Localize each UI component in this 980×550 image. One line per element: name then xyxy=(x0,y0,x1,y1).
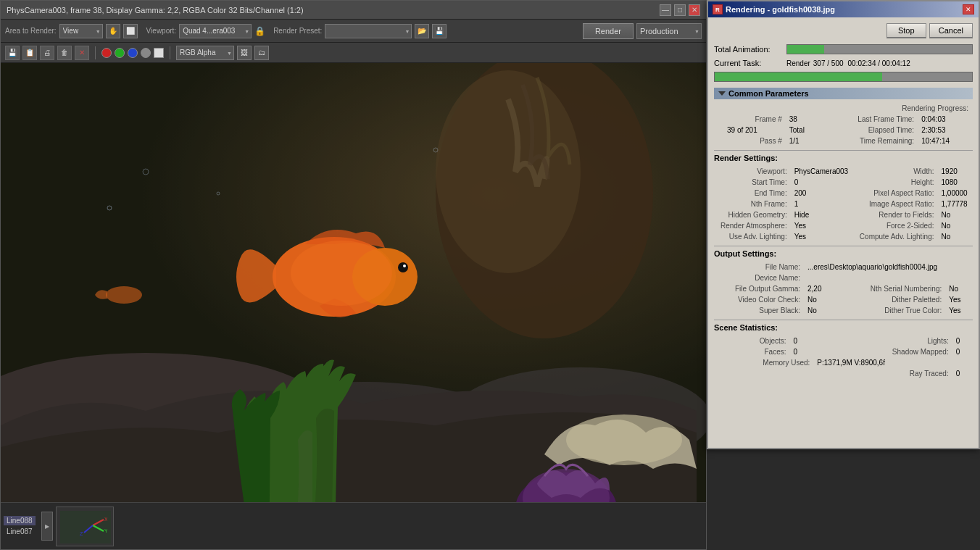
width-label: Width: xyxy=(855,167,937,176)
svg-text:Z: Z xyxy=(80,531,83,536)
channel-dropdown[interactable]: RGB Alpha xyxy=(176,46,234,60)
minimize-btn[interactable]: — xyxy=(660,4,671,16)
preset-load-icon[interactable]: 📂 xyxy=(415,24,429,38)
green-channel-btn[interactable] xyxy=(115,48,125,58)
dialog-close-btn[interactable]: ✕ xyxy=(963,4,974,14)
total-animation-bar xyxy=(787,45,824,54)
render-atm-value: Yes xyxy=(792,221,853,230)
last-frame-time-label: Last Frame Time: xyxy=(821,114,917,124)
line-item-2[interactable]: Line087 xyxy=(4,527,36,536)
divider1 xyxy=(95,46,96,59)
nth-serial-value: No xyxy=(946,284,971,293)
divider-rs xyxy=(714,150,973,151)
white-channel-btn[interactable] xyxy=(154,48,164,58)
total-of-value: 39 of 201 xyxy=(715,125,785,135)
nav-forward-btn[interactable]: ▶ xyxy=(41,512,53,541)
scene-stats-label: Scene Statistics: xyxy=(714,323,778,332)
start-time-label: Start Time: xyxy=(715,178,790,187)
total-animation-row: Total Animation: xyxy=(714,44,973,54)
current-task-label: Current Task: xyxy=(714,59,786,67)
svg-point-13 xyxy=(566,414,682,465)
alpha-channel-btn[interactable] xyxy=(141,48,151,58)
faces-value: 0 xyxy=(791,347,813,357)
blue-channel-btn[interactable] xyxy=(128,48,138,58)
divider-os xyxy=(714,246,973,246)
shadow-mapped-label: Shadow Mapped: xyxy=(814,347,951,357)
hand-icon[interactable]: ✋ xyxy=(106,24,120,38)
render-type-dropdown[interactable]: Production xyxy=(636,23,702,39)
time-remaining-label: Time Remaining: xyxy=(821,136,917,146)
title-bar: PhysCamera003, frame 38, Display Gamma: … xyxy=(1,1,706,20)
frame-label: Frame # xyxy=(715,114,785,124)
height-value: 1080 xyxy=(939,178,971,187)
channel-opt2[interactable]: 🗂 xyxy=(254,46,269,60)
close-btn[interactable]: ✕ xyxy=(689,4,700,16)
title-bar-controls: — □ ✕ xyxy=(660,4,700,16)
video-color-value: No xyxy=(805,295,833,304)
file-name-label: File Name: xyxy=(715,262,803,272)
area-to-render-dropdown[interactable]: View xyxy=(59,24,103,38)
red-channel-btn[interactable] xyxy=(101,48,112,58)
total-animation-progress xyxy=(786,44,973,54)
axis-svg: X Y Z xyxy=(78,511,107,540)
end-time-label: End Time: xyxy=(715,188,790,198)
save-btn[interactable]: 💾 xyxy=(5,46,20,60)
print-btn[interactable]: 🖨 xyxy=(40,46,54,60)
width-value: 1920 xyxy=(939,167,971,176)
window-title: PhysCamera003, frame 38, Display Gamma: … xyxy=(7,6,304,14)
start-time-value: 0 xyxy=(792,178,853,187)
toolbar-row1: Area to Render: View ✋ ⬜ Viewport: Quad … xyxy=(1,20,706,43)
pixel-aspect-label: Pixel Aspect Ratio: xyxy=(855,188,937,198)
render-button[interactable]: Render xyxy=(583,23,634,39)
time-remaining-value: 10:47:14 xyxy=(918,136,971,146)
render-preset-label: Render Preset: xyxy=(273,27,322,35)
end-time-value: 200 xyxy=(792,188,853,198)
line-item-1[interactable]: Line088 xyxy=(4,516,36,525)
svg-line-24 xyxy=(93,525,104,531)
preset-save-icon[interactable]: 💾 xyxy=(432,24,447,38)
render-preset-dropdown[interactable] xyxy=(325,24,412,38)
render-preset-group: Render Preset: 📂 💾 xyxy=(273,24,447,38)
stop-t2-btn[interactable]: ✕ xyxy=(75,46,89,60)
axis-widget: X Y Z xyxy=(78,511,107,540)
hidden-geo-value: Hide xyxy=(792,210,853,220)
pass-value: 1/1 xyxy=(786,136,819,146)
pass-label: Pass # xyxy=(715,136,785,146)
file-gamma-label: File Output Gamma: xyxy=(715,284,803,293)
compute-adv-value: No xyxy=(939,232,971,241)
use-adv-value: Yes xyxy=(792,232,853,241)
clear-btn[interactable]: 🗑 xyxy=(57,46,72,60)
viewport-dropdown[interactable]: Quad 4...era003 xyxy=(179,24,252,38)
channel-opt1[interactable]: 🖼 xyxy=(237,46,252,60)
divider2 xyxy=(170,46,170,59)
dither-true-label: Dither True Color: xyxy=(834,306,944,315)
force2side-label: Force 2-Sided: xyxy=(855,221,937,230)
maximize-btn[interactable]: □ xyxy=(674,4,686,16)
bottom-panel: Line088 Line087 ▶ X Y Z xyxy=(1,502,706,549)
lights-label: Lights: xyxy=(814,336,951,346)
shadow-mapped-value: 0 xyxy=(953,347,971,357)
save-copy-btn[interactable]: 📋 xyxy=(22,46,37,60)
device-name-label: Device Name: xyxy=(715,273,803,283)
current-task-progress-bar xyxy=(714,72,973,82)
super-black-label: Super Black: xyxy=(715,306,803,315)
viewport-label: Viewport: xyxy=(146,27,177,35)
render-fields-value: No xyxy=(939,210,971,220)
crop-icon[interactable]: ⬜ xyxy=(123,24,138,38)
lock-icon[interactable]: 🔒 xyxy=(254,26,265,36)
render-atm-label: Render Atmosphere: xyxy=(715,221,790,230)
stop-button[interactable]: Stop xyxy=(886,23,926,38)
memory-used-label: Memory Used: xyxy=(715,358,813,367)
render-settings-table: Viewport: PhysCamera003 Width: 1920 Star… xyxy=(714,165,973,243)
nth-frame-label: Nth Frame: xyxy=(715,199,790,209)
aquarium-scene xyxy=(1,63,706,502)
ray-traced-value: 0 xyxy=(953,369,971,378)
viewport-rs-value: PhysCamera003 xyxy=(792,167,853,176)
area-to-render-group: Area to Render: View ✋ ⬜ xyxy=(5,24,138,38)
super-black-value: No xyxy=(805,306,833,315)
faces-label: Faces: xyxy=(715,347,789,357)
ray-traced-label xyxy=(715,369,789,378)
dither-pal-label: Dither Paletted: xyxy=(834,295,944,304)
cancel-button[interactable]: Cancel xyxy=(929,23,973,38)
viewport-canvas xyxy=(1,63,706,502)
